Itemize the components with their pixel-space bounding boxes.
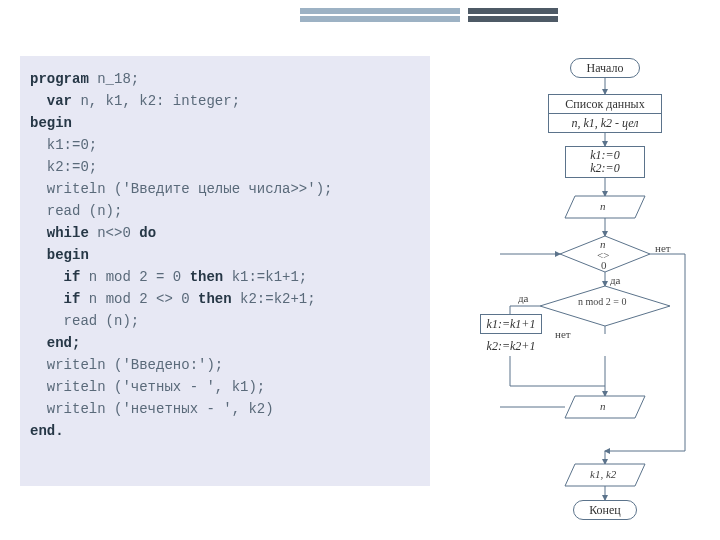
flowchart: Начало Список данных n, k1, k2 - цел k1:… bbox=[500, 56, 710, 526]
flow-read-n: n bbox=[600, 200, 606, 212]
flow-decl: n, k1, k2 - цел bbox=[548, 113, 662, 133]
top-decor bbox=[0, 0, 720, 24]
flow-init: k1:=0k2:=0 bbox=[565, 146, 645, 178]
flow-read-n2: n bbox=[600, 400, 606, 412]
flow-yes-2: да bbox=[518, 292, 528, 304]
flow-start: Начало bbox=[570, 58, 640, 78]
code-listing: program n_18; var n, k1, k2: integer; be… bbox=[20, 56, 430, 486]
flow-k1-assign: k1:=k1+1 bbox=[480, 314, 542, 334]
flow-no-2: нет bbox=[555, 328, 571, 340]
flow-k2-assign: k2:=k2+1 bbox=[480, 336, 542, 356]
flow-no-1: нет bbox=[655, 242, 671, 254]
flow-cond2: n mod 2 = 0 bbox=[578, 296, 626, 307]
flow-datalist: Список данных bbox=[548, 94, 662, 114]
flow-cond1-zero: 0 bbox=[601, 259, 607, 271]
flow-output: k1, k2 bbox=[590, 468, 616, 480]
flow-end: Конец bbox=[573, 500, 637, 520]
flow-yes-1: да bbox=[610, 274, 620, 286]
